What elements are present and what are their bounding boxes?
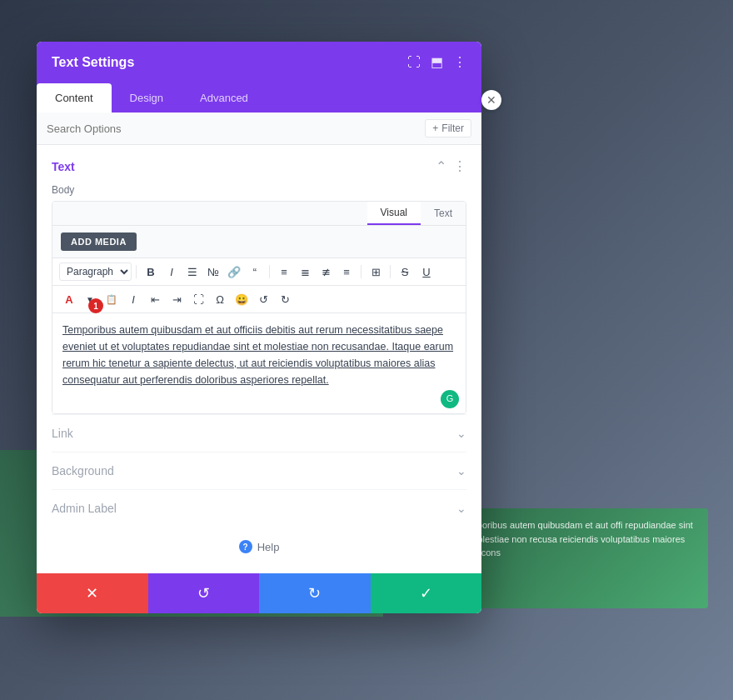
indent-more-button[interactable]: ⇥ bbox=[167, 289, 187, 309]
add-media-button[interactable]: ADD MEDIA bbox=[61, 232, 137, 251]
modal-body: Text ⌃ ⋮ Body Visual Text ADD MEDIA bbox=[37, 145, 481, 573]
italic2-button[interactable]: I bbox=[123, 289, 143, 309]
editor-container: Visual Text ADD MEDIA Paragraph B I bbox=[52, 201, 466, 414]
header-icons: ⛶ ⬒ ⋮ bbox=[407, 56, 466, 69]
align-justify-button[interactable]: ≡ bbox=[337, 262, 357, 282]
text-section-header: Text ⌃ ⋮ bbox=[52, 158, 466, 174]
editor-avatar: G bbox=[441, 390, 459, 408]
background-section[interactable]: Background ⌄ bbox=[52, 452, 466, 489]
underline-button[interactable]: U bbox=[416, 262, 436, 282]
search-bar: + Filter bbox=[37, 112, 481, 145]
blockquote-button[interactable]: “ bbox=[245, 262, 265, 282]
modal-footer: ✕ ↺ ↻ ✓ bbox=[37, 573, 481, 613]
align-group: ≡ ≣ ≢ ≡ bbox=[274, 262, 357, 282]
italic-button[interactable]: I bbox=[162, 262, 182, 282]
add-media-row: ADD MEDIA bbox=[52, 226, 466, 258]
toolbar-sep-4 bbox=[390, 265, 391, 278]
align-center-button[interactable]: ≣ bbox=[295, 262, 315, 282]
indent-less-button[interactable]: ⇤ bbox=[145, 289, 165, 309]
link-button[interactable]: 🔗 bbox=[224, 262, 244, 282]
text-color-button[interactable]: A bbox=[59, 289, 79, 309]
align-right-button[interactable]: ≢ bbox=[316, 262, 336, 282]
columns-icon[interactable]: ⬒ bbox=[431, 56, 443, 69]
tab-advanced[interactable]: Advanced bbox=[182, 83, 267, 112]
view-toggle: Visual Text bbox=[367, 202, 466, 225]
bold-button[interactable]: B bbox=[141, 262, 161, 282]
search-input[interactable] bbox=[47, 122, 425, 135]
admin-label-chevron-icon: ⌄ bbox=[456, 502, 466, 515]
filter-label: Filter bbox=[441, 122, 464, 134]
body-label: Body bbox=[52, 184, 466, 196]
modal-title: Text Settings bbox=[52, 55, 134, 70]
fullscreen-button[interactable]: ⛶ bbox=[188, 289, 208, 309]
tabs-bar: Content Design Advanced bbox=[37, 83, 481, 112]
link-section[interactable]: Link ⌄ bbox=[52, 414, 466, 452]
background-chevron-icon: ⌄ bbox=[456, 464, 466, 478]
undo-toolbar-button[interactable]: ↺ bbox=[253, 289, 273, 309]
help-label: Help bbox=[257, 541, 280, 553]
editor-top-bar: Visual Text bbox=[52, 202, 466, 226]
number-badge: 1 bbox=[88, 298, 103, 313]
editor-content[interactable]: Temporibus autem quibusdam et aut offici… bbox=[52, 313, 466, 413]
link-chevron-icon: ⌄ bbox=[456, 427, 466, 440]
filter-button[interactable]: + Filter bbox=[425, 119, 471, 138]
paragraph-group: Paragraph bbox=[59, 262, 132, 281]
link-section-label: Link bbox=[52, 427, 73, 440]
toolbar-row-1: Paragraph B I ☰ № 🔗 “ ≡ ≣ ≢ ≡ bbox=[52, 258, 466, 286]
tab-content[interactable]: Content bbox=[37, 83, 112, 112]
collapse-icon[interactable]: ⌃ bbox=[436, 158, 446, 174]
section-more-icon[interactable]: ⋮ bbox=[453, 158, 466, 174]
undo-button[interactable]: ↺ bbox=[148, 573, 260, 613]
visual-view-button[interactable]: Visual bbox=[367, 202, 421, 225]
close-outside-button[interactable]: ✕ bbox=[481, 90, 501, 110]
section-actions: ⌃ ⋮ bbox=[436, 158, 466, 174]
redo-button[interactable]: ↻ bbox=[259, 573, 371, 613]
toolbar-sep-1 bbox=[136, 265, 137, 278]
modal-header: Text Settings ⛶ ⬒ ⋮ bbox=[37, 42, 481, 83]
emoji-button[interactable]: 😀 bbox=[232, 289, 252, 309]
toolbar-row-2: A ▼ 📋 I ⇤ ⇥ ⛶ Ω 😀 ↺ ↻ bbox=[52, 286, 466, 313]
save-button[interactable]: ✓ bbox=[371, 573, 482, 613]
table-button[interactable]: ⊞ bbox=[366, 262, 386, 282]
tab-design[interactable]: Design bbox=[112, 83, 182, 112]
unordered-list-button[interactable]: ☰ bbox=[182, 262, 202, 282]
paste-button[interactable]: 📋 bbox=[102, 289, 122, 309]
help-section[interactable]: ? Help bbox=[52, 527, 466, 560]
redo-toolbar-button[interactable]: ↻ bbox=[275, 289, 295, 309]
preview-card: Temporibus autem quibusdam et aut offi r… bbox=[450, 508, 708, 608]
admin-label-section[interactable]: Admin Label ⌄ bbox=[52, 489, 466, 527]
preview-text: Temporibus autem quibusdam et aut offi r… bbox=[460, 518, 698, 560]
text-settings-modal: Text Settings ⛶ ⬒ ⋮ Content Design Advan… bbox=[37, 42, 481, 613]
paragraph-select[interactable]: Paragraph bbox=[59, 262, 132, 281]
editor-text: Temporibus autem quibusdam et aut offici… bbox=[62, 322, 456, 388]
filter-plus-icon: + bbox=[432, 122, 438, 134]
special-char-button[interactable]: Ω bbox=[210, 289, 230, 309]
text-view-button[interactable]: Text bbox=[421, 202, 466, 225]
strikethrough-button[interactable]: S bbox=[395, 262, 415, 282]
cancel-button[interactable]: ✕ bbox=[37, 573, 148, 613]
more-icon[interactable]: ⋮ bbox=[453, 56, 466, 69]
toolbar-sep-3 bbox=[361, 265, 362, 278]
toolbar-sep-2 bbox=[269, 265, 270, 278]
ordered-list-button[interactable]: № bbox=[203, 262, 223, 282]
help-icon: ? bbox=[239, 540, 252, 553]
resize-icon[interactable]: ⛶ bbox=[407, 56, 421, 69]
admin-label-section-label: Admin Label bbox=[52, 502, 117, 515]
background-section-label: Background bbox=[52, 464, 114, 478]
align-left-button[interactable]: ≡ bbox=[274, 262, 294, 282]
format-group: B I ☰ № 🔗 “ bbox=[141, 262, 265, 282]
text-section-title: Text bbox=[52, 160, 75, 173]
